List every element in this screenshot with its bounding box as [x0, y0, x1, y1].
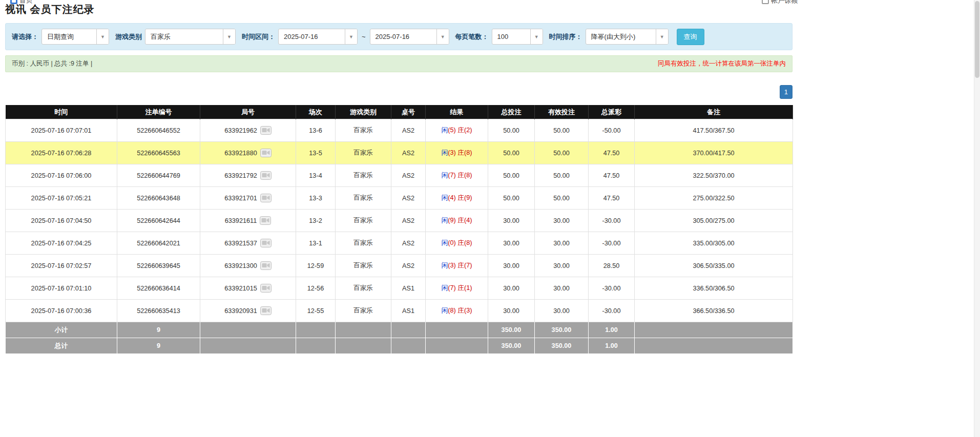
round-cell: 633921611 — [200, 210, 296, 232]
summary-cell: 1.00 — [589, 338, 635, 354]
valid-bet-cell: 30.00 — [535, 210, 589, 232]
replay-video-icon[interactable] — [260, 306, 272, 315]
summary-cell: 1.00 — [589, 322, 635, 338]
banker-result: 庄(8) — [456, 239, 472, 246]
result-cell: 闲(3) 庄(8) — [426, 142, 488, 164]
result-cell: 闲(3) 庄(7) — [426, 255, 488, 277]
bet-id-cell: 522660645563 — [117, 142, 200, 164]
player-score: (7) — [448, 284, 456, 292]
valid-bet-cell: 50.00 — [535, 187, 589, 210]
date-to-select[interactable]: 2025-07-16 ▼ — [370, 29, 449, 45]
table-no-cell: AS2 — [391, 119, 426, 142]
banker-result: 庄(8) — [456, 172, 472, 179]
round-cell: 633921537 — [200, 232, 296, 255]
game-type-cell: 百家乐 — [336, 255, 391, 277]
total-bet-cell[interactable]: 50.00 — [488, 187, 535, 210]
note-cell: 336.50/306.50 — [635, 277, 793, 300]
player-result: 闲 — [442, 239, 448, 246]
total-bet-cell[interactable]: 30.00 — [488, 255, 535, 277]
account-balance-link[interactable]: 帐户馀额 — [762, 0, 798, 5]
replay-video-icon[interactable] — [260, 171, 272, 180]
banker-result: 庄(4) — [456, 217, 472, 224]
session-cell: 13-6 — [296, 119, 336, 142]
total-bet-cell[interactable]: 50.00 — [488, 142, 535, 164]
total-bet-cell[interactable]: 30.00 — [488, 210, 535, 232]
table-body: 2025-07-16 07:07:01522660646552633921962… — [6, 119, 793, 322]
table-no-cell: AS2 — [391, 164, 426, 187]
query-type-label: 请选择： — [12, 32, 38, 41]
table-no-cell: AS2 — [391, 255, 426, 277]
page-size-select[interactable]: 100 ▼ — [492, 29, 543, 45]
game-type-cell: 百家乐 — [336, 119, 391, 142]
session-cell: 13-3 — [296, 187, 336, 210]
player-score: (3) — [448, 149, 456, 156]
sort-select[interactable]: 降幂(由大到小) ▼ — [586, 29, 669, 45]
table-row: 2025-07-16 07:04:50522660642644633921611… — [6, 210, 793, 232]
total-bet-cell[interactable]: 50.00 — [488, 164, 535, 187]
vertical-scrollbar[interactable] — [974, 0, 980, 437]
summary-cell — [426, 322, 488, 338]
round-cell: 633921300 — [200, 255, 296, 277]
total-bet-cell[interactable]: 30.00 — [488, 300, 535, 322]
round-number: 633921962 — [224, 127, 257, 134]
header-cell: 结果 — [426, 106, 488, 119]
search-button[interactable]: 查询 — [677, 29, 704, 45]
note-cell: 366.50/336.50 — [635, 300, 793, 322]
replay-video-icon[interactable] — [260, 261, 272, 270]
page-1-button[interactable]: 1 — [780, 85, 793, 99]
game-type-cell: 百家乐 — [336, 164, 391, 187]
session-cell: 13-4 — [296, 164, 336, 187]
note-cell: 335.00/305.00 — [635, 232, 793, 255]
note-cell: 370.00/417.50 — [635, 142, 793, 164]
summary-cell — [426, 338, 488, 354]
table-row: 2025-07-16 07:07:01522660646552633921962… — [6, 119, 793, 142]
bet-id-cell: 522660644769 — [117, 164, 200, 187]
round-cell: 633921701 — [200, 187, 296, 210]
game-type-cell: 百家乐 — [336, 277, 391, 300]
summary-cell — [200, 338, 296, 354]
round-number: 633921300 — [224, 262, 257, 269]
replay-video-icon[interactable] — [260, 284, 272, 293]
round-number: 633921537 — [224, 240, 257, 247]
replay-video-icon[interactable] — [260, 216, 271, 225]
game-type-select[interactable]: 百家乐 ▼ — [145, 29, 236, 45]
table-row: 2025-07-16 07:06:00522660644769633921792… — [6, 164, 793, 187]
player-score: (3) — [448, 262, 456, 269]
chevron-down-icon: ▼ — [345, 29, 357, 44]
bet-records-table: 时间注单编号局号场次游戏类别桌号结果总投注有效投注总派彩备注 2025-07-1… — [5, 105, 793, 354]
time-cell: 2025-07-16 07:06:28 — [6, 142, 117, 164]
page-size-value: 100 — [492, 29, 530, 44]
query-type-select[interactable]: 日期查询 ▼ — [41, 29, 109, 45]
game-type-label: 游戏类别 — [115, 32, 142, 41]
player-result: 闲 — [442, 284, 448, 292]
result-cell: 闲(9) 庄(4) — [426, 210, 488, 232]
summary-cell: 350.00 — [535, 338, 589, 354]
replay-video-icon[interactable] — [260, 126, 272, 135]
bet-id-cell: 522660639645 — [117, 255, 200, 277]
banker-result: 庄(1) — [456, 284, 472, 292]
session-cell: 12-56 — [296, 277, 336, 300]
header-row: 时间注单编号局号场次游戏类别桌号结果总投注有效投注总派彩备注 — [6, 106, 793, 119]
chevron-down-icon: ▼ — [96, 29, 109, 44]
player-result: 闲 — [442, 217, 448, 224]
round-number: 633921880 — [224, 150, 257, 157]
time-cell: 2025-07-16 07:02:57 — [6, 255, 117, 277]
round-cell: 633920931 — [200, 300, 296, 322]
total-bet-cell[interactable]: 30.00 — [488, 232, 535, 255]
header-cell: 游戏类别 — [336, 106, 391, 119]
total-bet-cell[interactable]: 50.00 — [488, 119, 535, 142]
date-from-select[interactable]: 2025-07-16 ▼ — [278, 29, 358, 45]
scrollbar-thumb[interactable] — [975, 1, 979, 78]
replay-video-icon[interactable] — [260, 149, 272, 157]
total-bet-cell[interactable]: 30.00 — [488, 277, 535, 300]
replay-video-icon[interactable] — [260, 194, 272, 202]
payout-cell: 28.50 — [589, 255, 635, 277]
result-cell: 闲(5) 庄(2) — [426, 119, 488, 142]
player-result: 闲 — [442, 194, 448, 201]
result-cell: 闲(0) 庄(8) — [426, 232, 488, 255]
replay-video-icon[interactable] — [260, 239, 272, 247]
chevron-down-icon: ▼ — [530, 29, 543, 44]
valid-bet-cell: 50.00 — [535, 119, 589, 142]
summary-currency-total: 币别 : 人民币 | 总共 :9 注单 | — [12, 59, 92, 68]
table-no-cell: AS2 — [391, 232, 426, 255]
